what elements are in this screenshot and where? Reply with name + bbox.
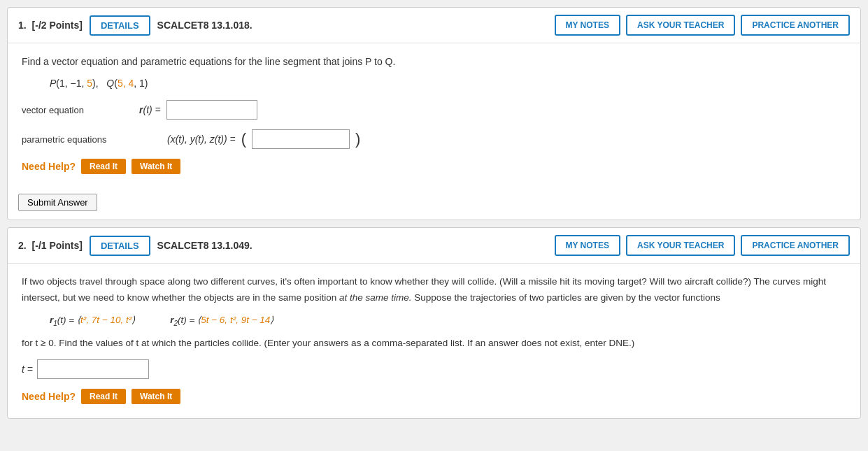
- practice-another-button-2[interactable]: PRACTICE ANOTHER: [741, 235, 850, 256]
- details-button-2[interactable]: DETAILS: [90, 236, 150, 256]
- problem-1-points-display: P(1, −1, 5), Q(5, 4, 1): [50, 78, 846, 89]
- problem-2-header: 2. [-/1 Points] DETAILS SCALCET8 13.1.04…: [8, 228, 860, 264]
- problem-2-description: If two objects travel through space alon…: [22, 274, 846, 306]
- need-help-row-1: Need Help? Read It Watch It: [22, 159, 846, 174]
- details-button-1[interactable]: DETAILS: [90, 15, 150, 36]
- t-input-row: t =: [22, 359, 846, 379]
- vector-label: vector equation: [22, 105, 134, 115]
- submit-answer-button-1[interactable]: Submit Answer: [18, 194, 97, 211]
- problem-2-for-t: for t ≥ 0. Find the values of t at which…: [22, 336, 846, 351]
- parametric-equation-input[interactable]: [252, 129, 350, 149]
- vector-equation-input[interactable]: [166, 100, 257, 120]
- read-it-button-1[interactable]: Read It: [81, 159, 126, 174]
- t-label: t =: [22, 364, 33, 375]
- need-help-label-2: Need Help?: [22, 391, 76, 402]
- problem-1-header: 1. [-/2 Points] DETAILS SCALCET8 13.1.01…: [8, 8, 860, 43]
- t-value-input[interactable]: [37, 359, 149, 379]
- watch-it-button-1[interactable]: Watch It: [131, 159, 180, 174]
- problem-2-number: 2. [-/1 Points]: [18, 240, 83, 251]
- submit-row-1: Submit Answer: [8, 188, 860, 220]
- problem-1-card: 1. [-/2 Points] DETAILS SCALCET8 13.1.01…: [7, 7, 861, 220]
- problem-1-number: 1. [-/2 Points]: [18, 20, 83, 31]
- problem-1-code: SCALCET8 13.1.018.: [157, 20, 548, 31]
- parametric-label: parametric equations: [22, 134, 162, 145]
- vector-equation-row: vector equation r(t) =: [22, 100, 846, 120]
- need-help-row-2: Need Help? Read It Watch It: [22, 389, 846, 404]
- parametric-eq-label: (x(t), y(t), z(t)) =: [167, 134, 236, 145]
- problem-2-body: If two objects travel through space alon…: [8, 264, 860, 417]
- header-buttons-2: MY NOTES ASK YOUR TEACHER PRACTICE ANOTH…: [555, 235, 851, 256]
- problem-1-description: Find a vector equation and parametric eq…: [22, 54, 846, 69]
- parametric-equation-row: parametric equations (x(t), y(t), z(t)) …: [22, 129, 846, 149]
- read-it-button-2[interactable]: Read It: [81, 389, 126, 404]
- problem-2-card: 2. [-/1 Points] DETAILS SCALCET8 13.1.04…: [7, 227, 861, 418]
- my-notes-button-2[interactable]: MY NOTES: [555, 235, 620, 256]
- watch-it-button-2[interactable]: Watch It: [131, 389, 180, 404]
- need-help-label-1: Need Help?: [22, 161, 76, 172]
- open-paren: (: [241, 131, 246, 147]
- practice-another-button-1[interactable]: PRACTICE ANOTHER: [741, 15, 850, 36]
- close-paren: ): [355, 131, 360, 147]
- header-buttons-1: MY NOTES ASK YOUR TEACHER PRACTICE ANOTH…: [555, 15, 851, 36]
- ask-teacher-button-2[interactable]: ASK YOUR TEACHER: [626, 235, 735, 256]
- problem-1-body: Find a vector equation and parametric eq…: [8, 43, 860, 188]
- my-notes-button-1[interactable]: MY NOTES: [555, 15, 620, 36]
- ask-teacher-button-1[interactable]: ASK YOUR TEACHER: [626, 15, 735, 36]
- problem-2-code: SCALCET8 13.1.049.: [157, 240, 548, 251]
- vector-functions-line: r1(t) = ⟨t², 7t − 10, t²⟩ r2(t) = ⟨5t − …: [50, 314, 846, 327]
- vector-eq-label: r(t) =: [139, 104, 161, 115]
